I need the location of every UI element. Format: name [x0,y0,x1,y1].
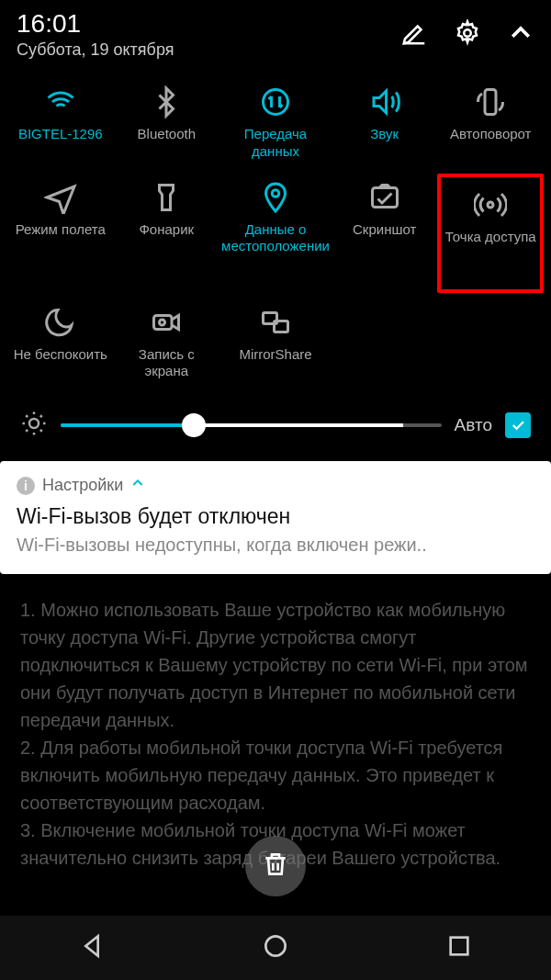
location-icon [259,181,292,214]
nav-home-button[interactable] [261,931,290,964]
collapse-icon[interactable] [507,19,534,51]
navigation-bar [0,916,551,980]
qs-label: Скриншот [353,221,416,239]
qs-label: MirrorShare [239,346,311,364]
clock-time: 16:01 [17,9,174,39]
qs-label: Точка доступа [445,229,536,246]
qs-tile-rotate[interactable]: Автоповорот [437,78,544,168]
status-bar: 16:01 Суббота, 19 октября [0,0,551,60]
settings-icon[interactable] [454,19,481,51]
brightness-thumb[interactable] [182,413,206,437]
qs-label: Автоповорот [450,126,532,143]
qs-tile-bluetooth[interactable]: Bluetooth [114,78,220,168]
notification-title: Wi-Fi-вызов будет отключен [17,504,534,529]
qs-tile-screenshot[interactable]: Скриншот [332,174,438,293]
airplane-icon [44,181,77,214]
qs-label: Не беспокоить [14,346,107,364]
rotate-icon [474,85,507,118]
svg-point-10 [29,419,39,428]
record-icon [150,306,183,339]
svg-rect-6 [154,315,173,329]
svg-point-5 [488,202,493,208]
qs-label: Запись с экрана [116,346,219,381]
auto-brightness-label: Авто [455,415,492,435]
svg-rect-12 [451,938,468,955]
qs-label: Данные о местоположении [221,221,330,256]
svg-point-0 [464,29,471,37]
qs-tile-mirrorshare[interactable]: MirrorShare [219,299,332,389]
brightness-slider[interactable] [61,423,442,427]
qs-tile-dnd[interactable]: Не беспокоить [7,299,114,389]
edit-icon[interactable] [400,19,428,51]
nav-back-button[interactable] [77,931,107,964]
qs-tile-airplane[interactable]: Режим полета [7,174,114,293]
qs-tile-location[interactable]: Данные о местоположении [219,174,332,293]
moon-icon [44,306,77,339]
svg-rect-4 [372,187,397,207]
chevron-up-icon[interactable] [130,476,145,495]
notification-card[interactable]: i Настройки Wi-Fi-вызов будет отключен W… [0,461,551,574]
qs-tile-flashlight[interactable]: Фонарик [114,174,220,293]
hotspot-icon [474,188,507,221]
screenshot-icon [368,181,401,214]
qs-label: Передача данных [221,126,330,161]
sound-icon [368,85,401,118]
svg-point-1 [264,90,288,115]
mirrorshare-icon [259,306,292,339]
nav-recent-button[interactable] [444,931,474,964]
quick-settings-grid: BIGTEL-1296 Bluetooth Передача данных Зв… [0,60,551,395]
qs-label: Bluetooth [138,126,196,143]
trash-icon [261,850,290,883]
data-transfer-icon [259,85,292,118]
notification-header: i Настройки [17,476,534,495]
brightness-row: Авто [0,395,551,461]
qs-tile-screenrecord[interactable]: Запись с экрана [114,299,220,389]
svg-point-11 [265,936,285,955]
qs-label: Фонарик [139,221,194,239]
qs-label: BIGTEL-1296 [18,126,103,143]
qs-tile-sound[interactable]: Звук [332,78,438,168]
wifi-icon [44,85,77,118]
brightness-icon [20,410,48,441]
qs-label: Звук [370,126,399,143]
qs-tile-wifi[interactable]: BIGTEL-1296 [7,78,114,168]
info-icon: i [17,477,35,495]
auto-brightness-checkbox[interactable] [505,412,531,438]
notification-app: Настройки [42,476,123,495]
svg-rect-2 [485,90,496,115]
svg-point-7 [160,320,165,325]
clear-notifications-button[interactable] [245,836,306,896]
bluetooth-icon [150,85,183,118]
clock-date: Суббота, 19 октября [17,40,174,60]
qs-label: Режим полета [16,221,106,239]
qs-tile-data[interactable]: Передача данных [219,78,332,168]
notification-body: Wi-Fi-вызовы недоступны, когда включен р… [17,533,534,558]
flashlight-icon [150,181,183,214]
svg-point-3 [272,189,279,197]
qs-tile-hotspot[interactable]: Точка доступа [437,174,544,293]
